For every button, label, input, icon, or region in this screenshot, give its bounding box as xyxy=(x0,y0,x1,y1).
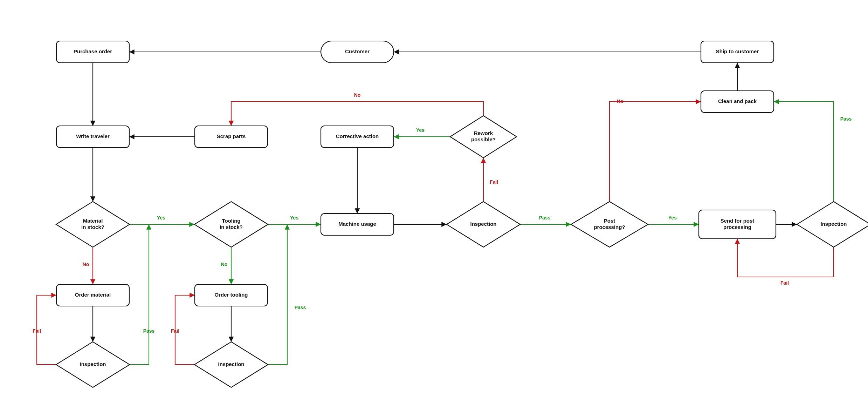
flowchart-edge xyxy=(609,102,701,202)
flowchart-edge-label: Fail xyxy=(33,328,41,334)
flowchart-edge-label: Yes xyxy=(157,215,165,221)
flowchart-node-inspection-material: Inspection xyxy=(56,342,130,387)
flowchart-node-label: Inspection xyxy=(218,361,244,367)
flowchart-node-inspection-tooling: Inspection xyxy=(194,342,268,387)
flowchart-edge-label: No xyxy=(617,99,624,104)
flowchart-edge-label: Yes xyxy=(290,215,298,221)
flowchart-node-machine-usage: Machine usage xyxy=(321,214,394,235)
flowchart-edge-label: No xyxy=(221,262,228,267)
flowchart-edge-label: Pass xyxy=(295,305,306,310)
flowchart-node-write-traveler: Write traveler xyxy=(56,126,129,148)
flowchart-node-label: Post xyxy=(604,218,615,224)
flowchart-node-rework-possible: Reworkpossible? xyxy=(450,116,517,158)
flowchart-node-inspection-machine: Inspection xyxy=(447,202,520,247)
flowchart-node-label: in stock? xyxy=(220,224,243,230)
flowchart-node-label: Material xyxy=(83,218,103,224)
flowchart-node-label: Order material xyxy=(75,292,111,298)
flowchart-node-label: Rework xyxy=(474,130,493,136)
flowchart-edge xyxy=(737,239,834,277)
flowchart-node-material-in-stock: Materialin stock? xyxy=(56,202,130,247)
flowchart-node-corrective-action: Corrective action xyxy=(321,126,394,148)
flowchart-edge xyxy=(130,224,149,365)
flowchart-edge-label: Fail xyxy=(780,280,789,286)
flowchart-node-purchase-order: Purchase order xyxy=(56,41,129,63)
flowchart-edge-label: Yes xyxy=(416,127,425,133)
flowchart-node-label: Inspection xyxy=(820,221,847,227)
flowchart-node-label: Corrective action xyxy=(336,133,379,139)
flowchart-node-tooling-in-stock: Toolingin stock? xyxy=(194,202,268,247)
flowchart-edge-label: Yes xyxy=(668,215,677,221)
flowchart-edge-label: No xyxy=(83,262,89,267)
flowchart-edge-label: Pass xyxy=(143,328,155,334)
flowchart-node-inspection-post: Inspection xyxy=(797,202,868,247)
flowchart-edge-label: Fail xyxy=(171,328,179,334)
flowchart-node-label: in stock? xyxy=(81,224,104,230)
flowchart-node-label: Ship to customer xyxy=(716,48,759,54)
flowchart-node-label: Machine usage xyxy=(338,221,376,227)
flowchart-node-label: Write traveler xyxy=(76,133,110,139)
flowchart-node-label: processing xyxy=(723,224,751,230)
flowchart-node-scrap-parts: Scrap parts xyxy=(195,126,268,148)
flowchart-node-post-processing-q: Postprocessing? xyxy=(571,202,648,247)
flowchart-node-label: possible? xyxy=(471,136,496,142)
flowchart-edge xyxy=(231,102,483,126)
flowchart-edge-label: No xyxy=(354,92,361,98)
flowchart-edge-label: Pass xyxy=(840,116,852,122)
flowchart-node-label: Purchase order xyxy=(74,48,112,54)
flowchart-node-label: processing? xyxy=(594,224,625,230)
flowchart-node-label: Send for post xyxy=(721,218,755,224)
flowchart-edge-label: Pass xyxy=(539,215,551,221)
flowchart-edge xyxy=(774,102,834,202)
flowchart-nodes: Purchase orderCustomerShip to customerCl… xyxy=(56,41,868,387)
flowchart-node-label: Inspection xyxy=(470,221,496,227)
flowchart-node-label: Tooling xyxy=(222,218,240,224)
flowchart-node-label: Customer xyxy=(345,48,370,54)
flowchart-node-order-material: Order material xyxy=(56,284,129,306)
flowchart-node-label: Scrap parts xyxy=(217,133,246,139)
flowchart-edge-label: Fail xyxy=(490,179,498,185)
flowchart-node-label: Inspection xyxy=(80,361,106,367)
flowchart-canvas: NoYesFailYesNoYesNoPassYesNoPassFailFail… xyxy=(0,0,868,420)
flowchart-node-ship-to-customer: Ship to customer xyxy=(701,41,774,63)
flowchart-node-send-post-proc: Send for postprocessing xyxy=(699,210,776,239)
flowchart-edge xyxy=(268,224,287,365)
flowchart-node-label: Clean and pack xyxy=(718,98,757,104)
flowchart-node-customer: Customer xyxy=(321,41,394,63)
flowchart-node-clean-and-pack: Clean and pack xyxy=(701,91,774,113)
flowchart-node-label: Order tooling xyxy=(215,292,248,298)
flowchart-node-order-tooling: Order tooling xyxy=(195,284,268,306)
